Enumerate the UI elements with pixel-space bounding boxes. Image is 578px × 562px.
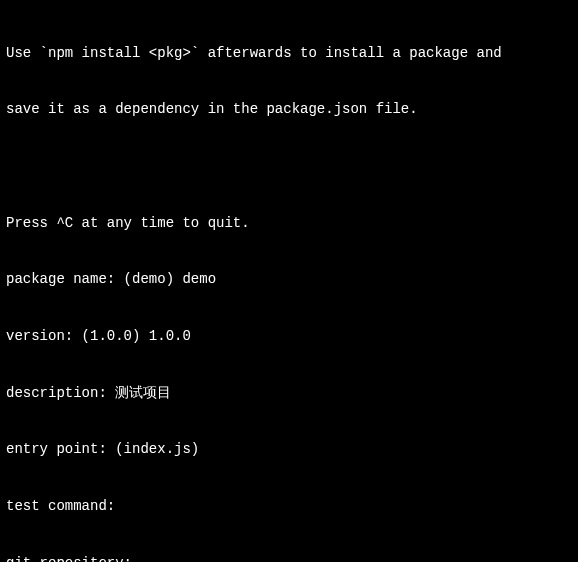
git-repository-prompt: git repository:: [6, 554, 572, 562]
quit-hint: Press ^C at any time to quit.: [6, 214, 572, 233]
entry-point-prompt: entry point: (index.js): [6, 440, 572, 459]
package-name-prompt: package name: (demo) demo: [6, 270, 572, 289]
intro-text-2: save it as a dependency in the package.j…: [6, 100, 572, 119]
blank-line: [6, 157, 572, 176]
description-prompt: description: 测试项目: [6, 384, 572, 403]
intro-text-1: Use `npm install <pkg>` afterwards to in…: [6, 44, 572, 63]
test-command-prompt: test command:: [6, 497, 572, 516]
version-prompt: version: (1.0.0) 1.0.0: [6, 327, 572, 346]
terminal-output: Use `npm install <pkg>` afterwards to in…: [6, 6, 572, 562]
